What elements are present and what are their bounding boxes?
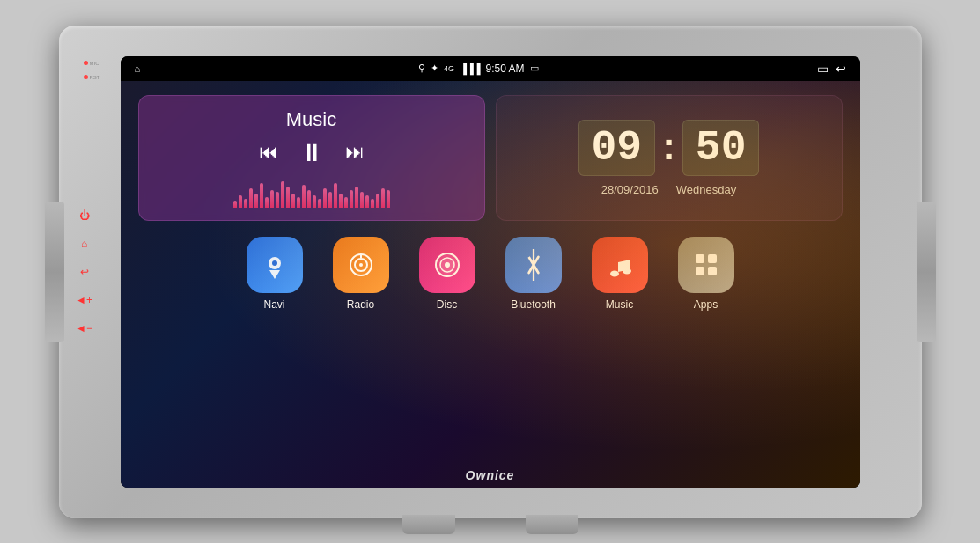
eq-bar (291, 194, 295, 208)
eq-bar (313, 195, 316, 208)
eq-bar (350, 190, 353, 208)
app-icon-navi (247, 237, 303, 293)
clock-widget: 09 : 50 28/09/2016 Wednesday (496, 95, 843, 221)
svg-point-1 (272, 260, 277, 266)
clock-hours: 09 (578, 120, 656, 176)
volume-up-button[interactable]: ◄+ (75, 290, 94, 310)
app-label-radio: Radio (347, 298, 374, 311)
music-widget-title: Music (153, 108, 470, 131)
branding: Ownice (466, 468, 515, 482)
eq-bar (233, 201, 237, 208)
eq-bar (276, 192, 279, 208)
clock-time: 09 : 50 (578, 120, 760, 176)
eq-bar (334, 183, 337, 208)
app-icon-music (592, 237, 648, 293)
app-item-bluetooth[interactable]: Bluetooth (498, 237, 569, 311)
music-controls[interactable]: ⏮ ⏸ ⏭ (153, 138, 470, 167)
bracket-right (917, 202, 936, 342)
rst-label: RST (84, 75, 100, 80)
eq-bar (254, 194, 258, 208)
lte-icon: 4G (444, 64, 454, 73)
app-icon-disc (419, 237, 475, 293)
eq-bar (265, 197, 269, 208)
eq-bar (239, 195, 242, 208)
svg-rect-17 (696, 267, 704, 275)
battery-icon: ▭ (530, 62, 539, 74)
eq-bar (302, 185, 306, 208)
bottom-tab-right (526, 515, 578, 534)
svg-point-5 (359, 263, 363, 267)
volume-down-button[interactable]: ◄− (75, 319, 94, 338)
rewind-button[interactable]: ⏮ (259, 141, 278, 164)
eq-bar (344, 197, 348, 208)
svg-point-11 (610, 270, 619, 276)
eq-bar (244, 199, 247, 208)
eq-bar (355, 187, 358, 208)
eq-bar (360, 192, 364, 208)
mic-label: MIC (84, 61, 99, 66)
fast-forward-button[interactable]: ⏭ (345, 141, 365, 164)
play-pause-button[interactable]: ⏸ (299, 138, 324, 167)
app-icon-radio (333, 237, 389, 293)
home-icon: ⌂ (135, 63, 141, 74)
eq-bar (318, 199, 321, 208)
apps-row: Navi Radio Disc Bluetooth Music (121, 230, 860, 311)
eq-bar (260, 183, 263, 208)
status-time: 9:50 AM (486, 62, 525, 75)
clock-date-row: 28/09/2016 Wednesday (601, 183, 737, 196)
eq-bar (339, 194, 343, 208)
main-screen: ⌂ ⚲ ✦ 4G ▐▐▐ 9:50 AM ▭ ▭ ↩ Music (121, 56, 860, 488)
main-content: Music ⏮ ⏸ ⏭ 09 : 50 28/09/2016 Wed (121, 81, 860, 488)
app-item-apps[interactable]: Apps (671, 237, 741, 311)
recent-apps-button[interactable]: ▭ (817, 62, 829, 76)
side-controls: ⏻ ⌂ ↩ ◄+ ◄− (75, 206, 94, 338)
app-label-bluetooth: Bluetooth (511, 298, 556, 311)
eq-bar (376, 194, 379, 208)
back-nav-button[interactable]: ↩ (836, 62, 846, 76)
eq-bar (249, 188, 253, 208)
app-item-disc[interactable]: Disc (412, 237, 483, 311)
svg-marker-2 (269, 270, 280, 279)
app-label-apps: Apps (694, 298, 718, 311)
svg-rect-16 (708, 254, 717, 263)
music-widget: Music ⏮ ⏸ ⏭ (138, 95, 485, 221)
app-label-disc: Disc (437, 298, 457, 311)
eq-bar (270, 190, 274, 208)
eq-bar (286, 187, 290, 208)
eq-bar (365, 195, 369, 208)
svg-point-9 (445, 262, 450, 268)
head-unit: MIC RST ⏻ ⌂ ↩ ◄+ ◄− ⌂ ⚲ ✦ 4G ▐▐▐ 9:50 AM… (59, 26, 922, 518)
app-item-radio[interactable]: Radio (326, 237, 396, 311)
eq-bar (371, 199, 374, 208)
status-right: ▭ ↩ (817, 62, 846, 76)
app-icon-bluetooth (505, 237, 562, 293)
eq-bar (387, 190, 390, 208)
app-item-navi[interactable]: Navi (239, 237, 310, 311)
status-left: ⌂ (135, 63, 141, 74)
app-label-navi: Navi (263, 298, 284, 311)
widgets-row: Music ⏮ ⏸ ⏭ 09 : 50 28/09/2016 Wed (121, 81, 860, 230)
app-icon-apps (678, 237, 734, 293)
eq-bar (328, 192, 332, 208)
app-label-music: Music (606, 298, 633, 311)
eq-bar (307, 190, 311, 208)
eq-bar (281, 181, 284, 208)
bluetooth-status-icon: ✦ (431, 62, 438, 74)
bracket-left (45, 202, 64, 342)
eq-bar (297, 197, 300, 208)
signal-icon: ▐▐▐ (460, 63, 480, 74)
clock-date: 28/09/2016 (601, 183, 659, 196)
status-bar: ⌂ ⚲ ✦ 4G ▐▐▐ 9:50 AM ▭ ▭ ↩ (121, 56, 860, 81)
eq-bar (323, 188, 327, 208)
back-button[interactable]: ↩ (75, 262, 94, 282)
power-button[interactable]: ⏻ (75, 206, 94, 225)
svg-rect-15 (696, 254, 704, 263)
svg-rect-18 (708, 267, 717, 275)
clock-minutes: 50 (682, 120, 760, 176)
home-button[interactable]: ⌂ (75, 234, 94, 253)
location-icon: ⚲ (418, 62, 425, 74)
bottom-tabs (402, 515, 578, 534)
app-item-music[interactable]: Music (585, 237, 655, 311)
equalizer (153, 176, 470, 208)
clock-day: Wednesday (676, 183, 736, 196)
